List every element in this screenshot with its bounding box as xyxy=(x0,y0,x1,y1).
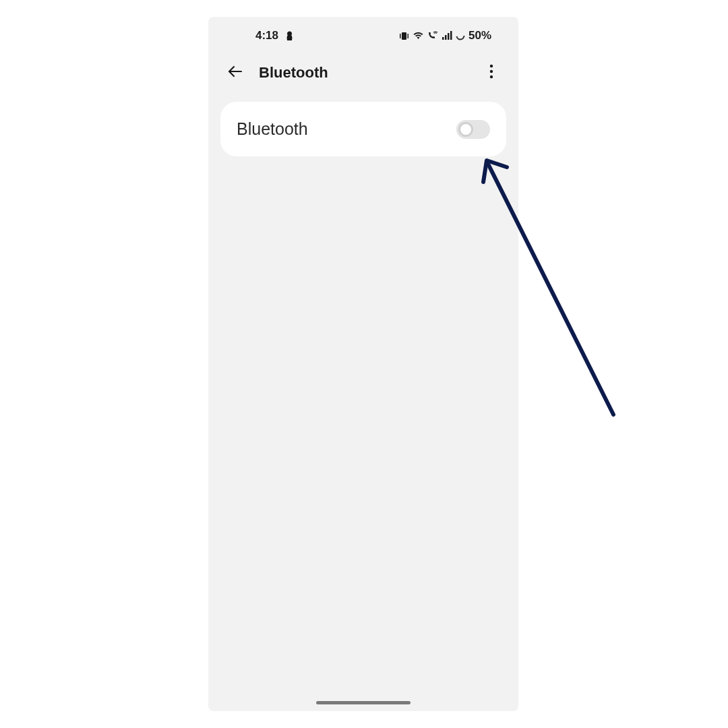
toggle-knob xyxy=(458,122,473,137)
svg-rect-5 xyxy=(445,35,447,40)
battery-percentage: 50% xyxy=(468,29,491,42)
svg-point-11 xyxy=(490,70,493,73)
battery-loading-icon xyxy=(456,31,465,40)
navigation-bar-handle[interactable] xyxy=(316,701,411,704)
svg-rect-7 xyxy=(450,31,452,40)
bluetooth-toggle-card: Bluetooth xyxy=(220,102,506,156)
status-bar-left: 4:18 xyxy=(255,29,294,42)
more-options-button[interactable] xyxy=(481,63,502,83)
svg-point-12 xyxy=(490,75,493,78)
app-notification-icon xyxy=(285,31,294,41)
svg-rect-2 xyxy=(400,34,401,38)
page-title: Bluetooth xyxy=(259,64,468,82)
signal-icon xyxy=(442,31,452,40)
wifi-icon xyxy=(413,31,424,40)
svg-point-0 xyxy=(287,31,292,36)
svg-rect-4 xyxy=(442,37,444,40)
bluetooth-toggle-label: Bluetooth xyxy=(237,119,308,139)
app-bar: Bluetooth xyxy=(208,51,518,95)
svg-point-10 xyxy=(490,65,493,67)
more-vertical-icon xyxy=(489,64,493,82)
bluetooth-toggle[interactable] xyxy=(456,120,490,139)
arrow-left-icon xyxy=(226,63,244,83)
content-area: Bluetooth xyxy=(208,95,518,163)
status-bar: 4:18 xyxy=(208,17,518,51)
vibrate-icon xyxy=(399,31,409,41)
wifi-calling-icon xyxy=(427,31,438,40)
svg-rect-1 xyxy=(402,32,406,40)
svg-rect-3 xyxy=(407,34,408,38)
svg-rect-6 xyxy=(448,33,450,40)
phone-screen: 4:18 xyxy=(208,17,518,711)
svg-point-8 xyxy=(456,32,464,40)
back-button[interactable] xyxy=(225,63,245,83)
status-time: 4:18 xyxy=(255,29,278,42)
status-bar-right: 50% xyxy=(399,29,491,42)
